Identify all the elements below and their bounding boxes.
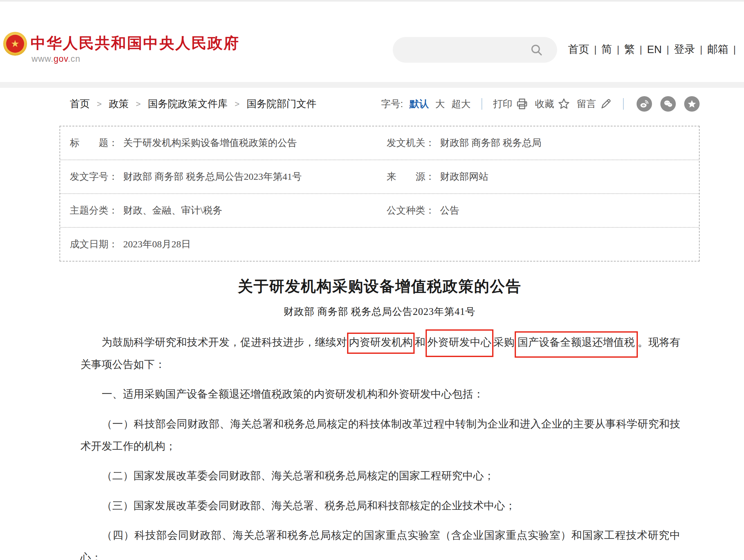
nav-divider: | [617, 44, 620, 55]
national-emblem-logo[interactable]: ★ [3, 32, 27, 55]
site-header: ★ 中华人民共和国中央人民政府 www.gov.cn 首页 | 简 | 繁 | … [0, 2, 744, 82]
fontsize-large-button[interactable]: 大 [435, 98, 445, 111]
chevron-right-icon: > [136, 99, 141, 109]
print-button[interactable]: 打印 [493, 98, 528, 111]
favorite-label: 收藏 [535, 98, 554, 111]
meta-doc-type: 公文种类： 公告 [387, 204, 696, 217]
meta-category-value: 财政、金融、审计\税务 [123, 204, 222, 217]
meta-row-category-type: 主题分类： 财政、金融、审计\税务 公文种类： 公告 [60, 194, 699, 228]
document-metadata-box: 标 题： 关于研发机构采购设备增值税政策的公告 发文机关： 财政部 商务部 税务… [60, 126, 700, 262]
nav-login[interactable]: 登录 [674, 42, 695, 57]
toolbar-divider [482, 98, 482, 110]
paragraph-item-4: （四）科技部会同财政部、海关总署和税务总局核定的国家重点实验室（含企业国家重点实… [80, 524, 680, 560]
meta-row-title-agency: 标 题： 关于研发机构采购设备增值税政策的公告 发文机关： 财政部 商务部 税务… [60, 126, 699, 160]
nav-divider: | [733, 44, 736, 55]
share-star-button[interactable] [684, 96, 700, 112]
page: ★ 中华人民共和国中央人民政府 www.gov.cn 首页 | 简 | 繁 | … [0, 0, 744, 560]
paragraph-intro: 为鼓励科学研究和技术开发，促进科技进步，继续对内资研发机构和外资研发中心采购国产… [80, 331, 680, 375]
chevron-right-icon: > [234, 99, 239, 109]
breadcrumb-toolbar-row: 首页 > 政策 > 国务院政策文件库 > 国务院部门文件 字号: 默认 大 超大… [60, 88, 700, 118]
meta-issuing-agency: 发文机关： 财政部 商务部 税务总局 [387, 136, 696, 150]
search-icon[interactable] [529, 43, 544, 57]
nav-traditional[interactable]: 繁 [624, 42, 635, 57]
meta-doc-number: 发文字号： 财政部 商务部 税务总局公告2023年第41号 [70, 170, 387, 183]
pencil-icon [599, 98, 612, 110]
meta-title-value: 关于研发机构采购设备增值税政策的公告 [123, 136, 297, 150]
highlight-foreign-rd-centers: 外资研发中心 [425, 329, 493, 357]
nav-divider: | [594, 44, 597, 55]
meta-docnumber-value: 财政部 商务部 税务总局公告2023年第41号 [123, 170, 302, 183]
site-url-suffix: .cn [68, 54, 80, 64]
nav-home[interactable]: 首页 [568, 42, 589, 57]
emblem-inner: ★ [6, 35, 24, 53]
intro-seg1: 为鼓励科学研究和技术开发，促进科技进步，继续对 [102, 336, 347, 348]
meta-source: 来 源： 财政部网站 [387, 170, 696, 183]
meta-date-label: 成文日期： [70, 238, 118, 251]
meta-category: 主题分类： 财政、金融、审计\税务 [70, 204, 387, 217]
share-weibo-button[interactable] [637, 96, 652, 112]
highlight-vat-refund: 国产设备全额退还增值税 [515, 331, 638, 358]
nav-divider: | [700, 44, 703, 55]
star-share-icon [687, 99, 697, 109]
site-title[interactable]: 中华人民共和国中央人民政府 [31, 33, 239, 53]
printer-icon [516, 98, 528, 110]
chevron-right-icon: > [97, 99, 102, 109]
content: 首页 > 政策 > 国务院政策文件库 > 国务院部门文件 字号: 默认 大 超大… [60, 88, 700, 560]
breadcrumb: 首页 > 政策 > 国务院政策文件库 > 国务院部门文件 [70, 97, 317, 111]
meta-source-value: 财政部网站 [440, 170, 488, 183]
meta-date: 成文日期： 2023年08月28日 [70, 238, 387, 251]
star-outline-icon [557, 98, 570, 110]
intro-seg3: 采购 [493, 336, 515, 348]
highlight-domestic-rd-institutions: 内资研发机构 [347, 333, 415, 354]
meta-source-label: 来 源： [387, 170, 435, 183]
site-url-prefix: www. [32, 54, 54, 64]
meta-title-label: 标 题： [70, 136, 118, 150]
site-url: www.gov.cn [32, 54, 80, 64]
nav-simplified[interactable]: 简 [601, 42, 612, 57]
wechat-icon [663, 99, 673, 109]
paragraph-item-3: （三）国家发展改革委会同财政部、海关总署、税务总局和科技部核定的企业技术中心； [80, 495, 680, 517]
breadcrumb-department-docs[interactable]: 国务院部门文件 [247, 97, 317, 111]
paragraph-item-1: （一）科技部会同财政部、海关总署和税务总局核定的科技体制改革过程中转制为企业和进… [80, 413, 680, 457]
meta-doctype-label: 公文种类： [387, 204, 435, 217]
weibo-icon [639, 99, 649, 109]
meta-row-date: 成文日期： 2023年08月28日 [60, 228, 699, 261]
breadcrumb-home[interactable]: 首页 [70, 97, 90, 111]
breadcrumb-policy-library[interactable]: 国务院政策文件库 [148, 97, 227, 111]
intro-seg2: 和 [415, 336, 425, 348]
paragraph-item-2: （二）国家发展改革委会同财政部、海关总署和税务总局核定的国家工程研究中心； [80, 465, 680, 487]
document-title: 关于研发机构采购设备增值税政策的公告 [60, 276, 700, 297]
document-subtitle: 财政部 商务部 税务总局公告2023年第41号 [60, 305, 700, 319]
nav-mail[interactable]: 邮箱 [707, 42, 729, 57]
nav-divider: | [667, 44, 669, 55]
comment-button[interactable]: 留言 [577, 98, 612, 111]
search-box [393, 37, 557, 63]
meta-doctype-value: 公告 [440, 204, 459, 217]
comment-label: 留言 [577, 98, 596, 111]
nav-divider: | [640, 44, 642, 55]
favorite-button[interactable]: 收藏 [535, 98, 570, 111]
site-url-accent: gov [54, 54, 68, 64]
fontsize-default-button[interactable]: 默认 [409, 98, 429, 111]
fontsize-xlarge-button[interactable]: 超大 [451, 98, 471, 111]
fontsize-label: 字号: [381, 98, 403, 111]
top-nav: 首页 | 简 | 繁 | EN | 登录 | 邮箱 | [568, 42, 742, 57]
page-toolbar: 字号: 默认 大 超大 打印 收藏 [381, 96, 700, 112]
print-label: 打印 [493, 98, 512, 111]
meta-agency-value: 财政部 商务部 税务总局 [440, 136, 542, 150]
toolbar-divider [623, 98, 624, 110]
share-wechat-button[interactable] [660, 96, 676, 112]
meta-category-label: 主题分类： [70, 204, 118, 217]
meta-title: 标 题： 关于研发机构采购设备增值税政策的公告 [70, 136, 387, 150]
meta-row-docnumber-source: 发文字号： 财政部 商务部 税务总局公告2023年第41号 来 源： 财政部网站 [60, 160, 699, 194]
meta-date-value: 2023年08月28日 [123, 238, 191, 251]
paragraph-section-1: 一、适用采购国产设备全额退还增值税政策的内资研发机构和外资研发中心包括： [80, 383, 680, 405]
meta-docnumber-label: 发文字号： [70, 170, 118, 183]
nav-english[interactable]: EN [647, 43, 662, 55]
header-separator-band [0, 82, 744, 88]
meta-agency-label: 发文机关： [387, 136, 435, 150]
breadcrumb-policy[interactable]: 政策 [109, 97, 129, 111]
emblem-star-icon: ★ [11, 39, 20, 48]
document-body: 为鼓励科学研究和技术开发，促进科技进步，继续对内资研发机构和外资研发中心采购国产… [80, 331, 680, 560]
